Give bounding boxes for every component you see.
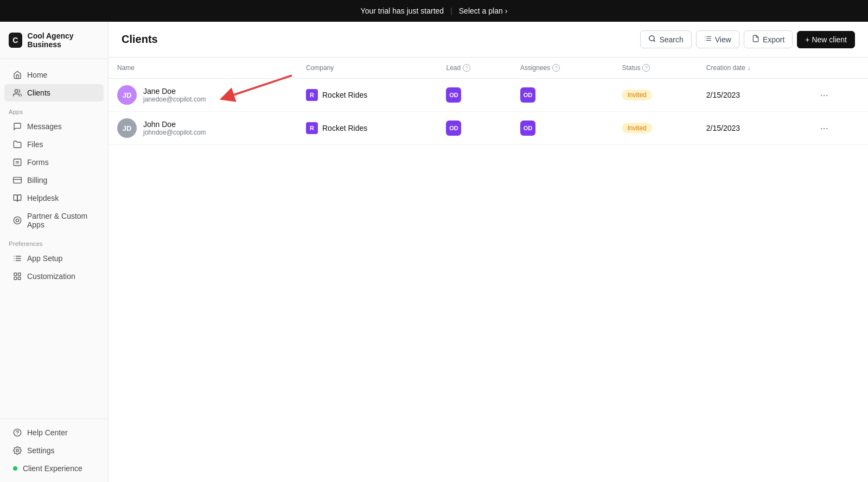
brand-name: Cool Agency Business bbox=[28, 31, 99, 49]
creation-date-1: 2/15/2023 bbox=[706, 91, 740, 99]
status-info-icon[interactable]: ? bbox=[642, 64, 650, 72]
sidebar-item-files[interactable]: Files bbox=[4, 136, 104, 153]
home-icon bbox=[13, 71, 22, 79]
sort-desc-icon: ↓ bbox=[748, 65, 751, 71]
svg-point-0 bbox=[15, 90, 17, 92]
files-label: Files bbox=[27, 140, 43, 149]
header-actions: Search V bbox=[640, 30, 855, 48]
cell-assignees-1: OD bbox=[512, 79, 613, 112]
main-content: Clients Search bbox=[108, 22, 868, 482]
lead-info-icon[interactable]: ? bbox=[463, 64, 470, 72]
sidebar-item-clients[interactable]: Clients bbox=[4, 84, 104, 102]
table-row: JD Jane Doe janedoe@copilot.com R bbox=[108, 79, 868, 112]
app-setup-icon bbox=[13, 254, 22, 263]
search-icon bbox=[648, 35, 656, 44]
assignees-info-icon[interactable]: ? bbox=[552, 64, 560, 72]
clients-label: Clients bbox=[27, 88, 50, 97]
sidebar-item-messages[interactable]: Messages bbox=[4, 118, 104, 135]
sidebar-item-home[interactable]: Home bbox=[4, 66, 104, 84]
billing-icon bbox=[13, 176, 22, 185]
help-icon bbox=[13, 428, 22, 437]
sidebar-item-client-experience[interactable]: Client Experience bbox=[4, 460, 104, 477]
client-name-1: Jane Doe bbox=[143, 87, 206, 96]
main-wrapper: Clients Search bbox=[108, 22, 868, 482]
messages-label: Messages bbox=[27, 122, 62, 131]
svg-line-24 bbox=[654, 40, 655, 42]
new-client-button[interactable]: + New client bbox=[797, 31, 855, 48]
sidebar-item-helpdesk[interactable]: Helpdesk bbox=[4, 189, 104, 207]
clients-icon bbox=[13, 88, 22, 97]
help-center-label: Help Center bbox=[27, 428, 68, 437]
sidebar-nav: Home Clients Apps bbox=[0, 59, 108, 418]
client-email-2: johndoe@copilot.com bbox=[143, 129, 206, 136]
sidebar-item-settings[interactable]: Settings bbox=[4, 442, 104, 459]
more-options-button-1[interactable]: ··· bbox=[816, 87, 833, 103]
svg-point-6 bbox=[14, 217, 21, 224]
svg-rect-4 bbox=[14, 177, 22, 183]
client-info-1: Jane Doe janedoe@copilot.com bbox=[143, 87, 206, 103]
partner-custom-apps-label: Partner & Custom Apps bbox=[27, 212, 95, 229]
view-icon bbox=[704, 35, 712, 44]
company-icon-2: R bbox=[306, 122, 318, 134]
sidebar-item-forms[interactable]: Forms bbox=[4, 154, 104, 171]
preferences-section-label: Preferences bbox=[0, 234, 108, 249]
search-button[interactable]: Search bbox=[640, 30, 691, 48]
svg-rect-16 bbox=[14, 277, 17, 280]
svg-rect-14 bbox=[14, 273, 17, 276]
page-title: Clients bbox=[122, 33, 158, 46]
company-name-1: Rocket Rides bbox=[322, 91, 367, 99]
col-actions bbox=[807, 58, 868, 79]
assignee-badge-2: OD bbox=[520, 120, 535, 136]
col-creation-date[interactable]: Creation date ↓ bbox=[698, 58, 807, 79]
cell-date-2: 2/15/2023 bbox=[698, 112, 807, 145]
select-plan-link[interactable]: Select a plan › bbox=[459, 7, 508, 15]
banner-arrow: › bbox=[505, 7, 508, 15]
cell-assignees-2: OD bbox=[512, 112, 613, 145]
client-experience-dot-icon bbox=[13, 466, 17, 471]
client-experience-label: Client Experience bbox=[23, 464, 82, 473]
lead-badge-2: OD bbox=[446, 120, 461, 136]
sidebar-item-billing[interactable]: Billing bbox=[4, 172, 104, 189]
export-label: Export bbox=[763, 35, 784, 44]
clients-table-container: Name Company Lead ? bbox=[108, 58, 868, 482]
customization-icon bbox=[13, 272, 22, 281]
files-icon bbox=[13, 140, 22, 149]
status-badge-1: Invited bbox=[622, 90, 652, 100]
col-name: Name bbox=[108, 58, 297, 79]
client-email-1: janedoe@copilot.com bbox=[143, 96, 206, 103]
export-button[interactable]: Export bbox=[744, 30, 793, 48]
cell-company-1: R Rocket Rides bbox=[297, 79, 437, 112]
clients-table: Name Company Lead ? bbox=[108, 58, 868, 145]
billing-label: Billing bbox=[27, 176, 47, 185]
svg-point-7 bbox=[16, 219, 18, 221]
view-label: View bbox=[715, 35, 731, 44]
trial-banner: Your trial has just started | Select a p… bbox=[0, 0, 868, 22]
col-status: Status ? bbox=[613, 58, 697, 79]
cell-lead-1: OD bbox=[437, 79, 511, 112]
creation-date-2: 2/15/2023 bbox=[706, 124, 740, 132]
table-row: JD John Doe johndoe@copilot.com R bbox=[108, 112, 868, 145]
sidebar: C Cool Agency Business Home bbox=[0, 22, 108, 482]
cell-status-1: Invited bbox=[613, 79, 697, 112]
svg-rect-1 bbox=[14, 159, 21, 166]
cell-company-2: R Rocket Rides bbox=[297, 112, 437, 145]
avatar-1: JD bbox=[117, 85, 137, 105]
app-setup-label: App Setup bbox=[27, 254, 62, 263]
cell-lead-2: OD bbox=[437, 112, 511, 145]
helpdesk-icon bbox=[13, 194, 22, 202]
view-button[interactable]: View bbox=[696, 30, 739, 48]
home-label: Home bbox=[27, 71, 47, 79]
cell-more-2: ··· bbox=[807, 112, 868, 145]
status-badge-2: Invited bbox=[622, 123, 652, 134]
sidebar-item-app-setup[interactable]: App Setup bbox=[4, 250, 104, 267]
lead-badge-1: OD bbox=[446, 87, 461, 103]
avatar-2: JD bbox=[117, 118, 137, 138]
messages-icon bbox=[13, 122, 22, 131]
sidebar-item-help-center[interactable]: Help Center bbox=[4, 424, 104, 441]
more-options-button-2[interactable]: ··· bbox=[816, 120, 833, 136]
sidebar-item-customization[interactable]: Customization bbox=[4, 268, 104, 285]
svg-rect-15 bbox=[18, 273, 21, 276]
banner-text: Your trial has just started bbox=[361, 7, 444, 15]
forms-label: Forms bbox=[27, 158, 49, 167]
sidebar-item-partner-custom-apps[interactable]: Partner & Custom Apps bbox=[4, 207, 104, 233]
